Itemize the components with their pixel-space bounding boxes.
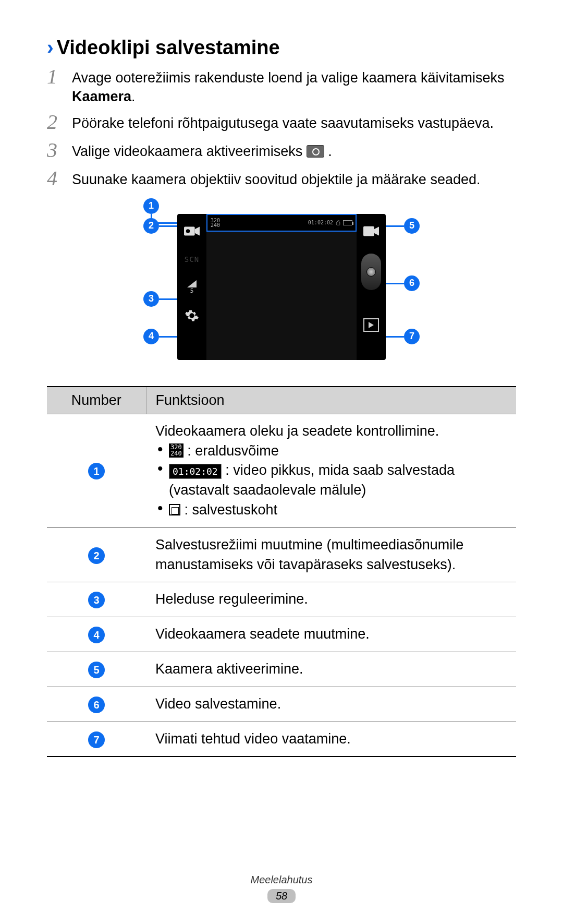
resolution-icon: 320240	[169, 443, 183, 458]
time-icon: 01:02:02	[169, 464, 222, 479]
table-row: 4 Videokaamera seadete muutmine.	[47, 617, 516, 652]
playback-icon	[363, 318, 379, 332]
row-description: Videokaamera oleku ja seadete kontrollim…	[155, 422, 507, 441]
svg-marker-1	[195, 226, 200, 235]
col-header-number: Number	[47, 387, 146, 414]
step-list: 1 Avage ooterežiimis rakenduste loend ja…	[47, 68, 516, 191]
step-1: 1 Avage ooterežiimis rakenduste loend ja…	[47, 68, 516, 106]
row-badge: 2	[88, 547, 105, 564]
list-item: : salvestuskoht	[155, 500, 507, 520]
callout-2: 2	[143, 218, 159, 234]
row-description: Heleduse reguleerimine.	[146, 582, 516, 617]
preview-area	[206, 232, 357, 360]
section-heading: ›Videoklipi salvestamine	[47, 37, 516, 59]
time-indicator: 01:02:02	[308, 220, 333, 225]
row-description: Salvestusrežiimi muutmine (multimeediasõ…	[146, 527, 516, 582]
table-row: 6 Video salvestamine.	[47, 687, 516, 722]
step-4: 4 Suunake kaamera objektiiv soovitud obj…	[47, 170, 516, 191]
viewfinder: 320 240 01:02:02 ⎙	[206, 214, 357, 360]
row-description: Kaamera aktiveerimine.	[146, 652, 516, 687]
svg-point-2	[186, 229, 190, 233]
scene-mode-icon: SCN	[183, 251, 201, 267]
step-number: 3	[47, 140, 72, 161]
list-item: 320240 : eraldusvõime	[155, 441, 507, 461]
camera-screen: SCN 5 320 240 01:02:02 ⎙	[177, 214, 386, 360]
storage-icon	[169, 504, 180, 515]
row-badge: 3	[88, 592, 105, 608]
row-badge: 6	[88, 697, 105, 713]
right-controls	[357, 214, 386, 360]
row-description: Viimati tehtud video vaatamine.	[146, 722, 516, 757]
row-badge: 4	[88, 627, 105, 643]
svg-marker-4	[374, 226, 379, 235]
step-3: 3 Valige videokaamera aktiveerimiseks .	[47, 142, 516, 163]
svg-rect-3	[363, 226, 374, 236]
row-badge: 5	[88, 662, 105, 678]
table-row: 1 Videokaamera oleku ja seadete kontroll…	[47, 414, 516, 527]
callout-5: 5	[404, 218, 420, 234]
callout-1: 1	[143, 198, 159, 214]
table-row: 7 Viimati tehtud video vaatamine.	[47, 722, 516, 757]
table-row: 3 Heleduse reguleerimine.	[47, 582, 516, 617]
list-item: 01:02:02 : video pikkus, mida saab salve…	[155, 461, 507, 500]
step-text: Suunake kaamera objektiiv soovitud objek…	[72, 170, 516, 189]
step-number: 2	[47, 112, 72, 133]
row-description: Videokaamera seadete muutmine.	[146, 617, 516, 652]
callout-4: 4	[143, 329, 159, 344]
chevron-right-icon: ›	[47, 37, 54, 58]
col-header-function: Funktsioon	[146, 387, 516, 414]
shutter-button	[361, 254, 381, 290]
row-description: Video salvestamine.	[146, 687, 516, 722]
status-bar: 320 240 01:02:02 ⎙	[206, 214, 357, 232]
step-2: 2 Pöörake telefoni rõhtpaigutusega vaate…	[47, 114, 516, 135]
table-row: 2 Salvestusrežiimi muutmine (multimeedia…	[47, 527, 516, 582]
storage-icon: ⎙	[336, 219, 340, 226]
left-controls: SCN 5	[177, 214, 206, 360]
callout-6: 6	[404, 275, 420, 291]
heading-text: Videoklipi salvestamine	[57, 37, 280, 58]
camera-switch-icon	[362, 223, 380, 239]
section-name: Meelelahutus	[0, 874, 563, 886]
settings-icon	[183, 308, 201, 323]
step-text: Pöörake telefoni rõhtpaigutusega vaate s…	[72, 114, 516, 133]
record-mode-icon	[183, 223, 201, 239]
camera-diagram: 1 2 3 4 5 6 7 SCN 5 320	[115, 198, 448, 370]
step-text: Valige videokaamera aktiveerimiseks .	[72, 142, 516, 161]
exposure-icon: 5	[183, 280, 201, 295]
page-number: 58	[267, 889, 296, 903]
page-footer: Meelelahutus 58	[0, 874, 563, 903]
step-number: 4	[47, 168, 72, 189]
step-number: 1	[47, 66, 72, 87]
resolution-indicator: 320 240	[211, 218, 220, 227]
callout-3: 3	[143, 291, 159, 307]
row-badge: 7	[88, 731, 105, 748]
row-badge: 1	[88, 463, 105, 479]
callout-7: 7	[404, 329, 420, 344]
battery-icon	[343, 220, 352, 225]
function-table: Number Funktsioon 1 Videokaamera oleku j…	[47, 386, 516, 758]
step-text: Avage ooterežiimis rakenduste loend ja v…	[72, 68, 516, 106]
camera-mode-icon	[307, 145, 324, 158]
table-row: 5 Kaamera aktiveerimine.	[47, 652, 516, 687]
